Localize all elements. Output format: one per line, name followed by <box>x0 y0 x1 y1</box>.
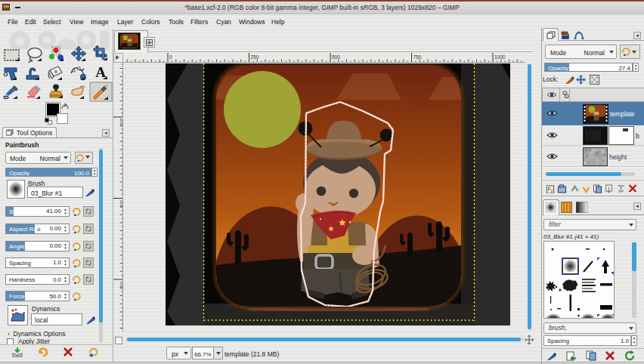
svg-text:A: A <box>95 64 106 80</box>
svg-text:1000: 1000 <box>494 54 506 60</box>
svg-text:0: 0 <box>169 54 172 60</box>
svg-text:B: B <box>551 188 555 193</box>
svg-text:250: 250 <box>251 54 259 60</box>
svg-text:750: 750 <box>413 54 422 60</box>
svg-text:500: 500 <box>332 54 340 60</box>
